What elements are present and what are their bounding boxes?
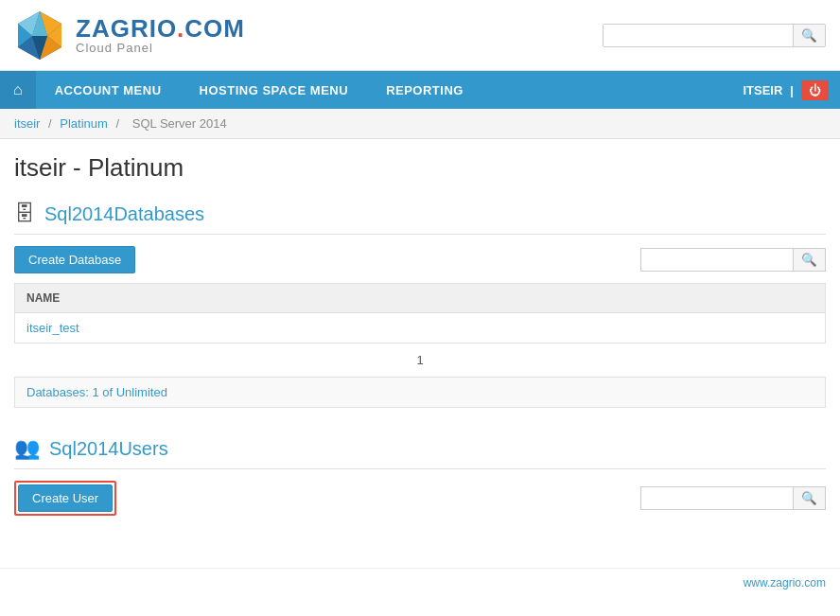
databases-info-label: Databases: xyxy=(26,385,89,399)
main-content: itseir - Platinum 🗄 Sql2014Databases Cre… xyxy=(0,139,840,558)
databases-search-input[interactable] xyxy=(641,249,793,271)
databases-icon: 🗄 xyxy=(14,202,35,226)
databases-toolbar: Create Database 🔍 xyxy=(14,246,826,273)
database-name-cell[interactable]: itseir_test xyxy=(15,313,826,343)
create-database-button[interactable]: Create Database xyxy=(14,246,135,273)
header-search[interactable]: 🔍 xyxy=(603,24,826,47)
logo-area: ZAGRIO.COM Cloud Panel xyxy=(14,9,245,62)
databases-info-value: 1 of Unlimited xyxy=(92,385,166,399)
nav-user-label: ITSEIR xyxy=(743,83,782,97)
breadcrumb-item-sql: SQL Server 2014 xyxy=(132,116,227,131)
logo-title: ZAGRIO.COM xyxy=(76,16,245,41)
databases-section-header: 🗄 Sql2014Databases xyxy=(14,202,826,235)
breadcrumb-item-itseir[interactable]: itseir xyxy=(14,116,40,131)
nav-account-menu[interactable]: ACCOUNT MENU xyxy=(36,71,181,109)
logo-tagline: Cloud Panel xyxy=(76,41,245,55)
users-search-button[interactable]: 🔍 xyxy=(793,487,825,509)
home-button[interactable]: ⌂ xyxy=(0,71,36,109)
home-icon: ⌂ xyxy=(13,81,23,98)
nav-hosting-menu[interactable]: HOSTING SPACE MENU xyxy=(181,71,368,109)
table-row: itseir_test xyxy=(15,313,826,343)
databases-table-header-row: NAME xyxy=(15,284,826,313)
databases-search-box[interactable]: 🔍 xyxy=(640,248,826,272)
power-button[interactable]: ⏻ xyxy=(801,80,829,100)
databases-pagination: 1 xyxy=(14,343,826,377)
header: ZAGRIO.COM Cloud Panel 🔍 xyxy=(0,0,840,71)
databases-col-name: NAME xyxy=(15,284,826,313)
logo-icon xyxy=(14,9,66,62)
breadcrumb-sep-1: / xyxy=(48,116,55,131)
create-user-button-wrapper: Create User xyxy=(14,481,116,516)
databases-search-button[interactable]: 🔍 xyxy=(793,249,825,271)
users-icon: 👥 xyxy=(14,436,40,461)
breadcrumb-sep-2: / xyxy=(116,116,123,131)
logo-text: ZAGRIO.COM Cloud Panel xyxy=(76,16,245,55)
footer-text: www.zagrio.com xyxy=(744,576,826,590)
nav-bar: ⌂ ACCOUNT MENU HOSTING SPACE MENU REPORT… xyxy=(0,71,840,109)
users-section: 👥 Sql2014Users Create User 🔍 xyxy=(14,436,826,516)
users-search-input[interactable] xyxy=(641,487,793,509)
databases-section: 🗄 Sql2014Databases Create Database 🔍 NAM… xyxy=(14,202,826,408)
users-section-title: Sql2014Users xyxy=(49,438,168,460)
users-toolbar: Create User 🔍 xyxy=(14,481,826,516)
nav-right: ITSEIR | ⏻ xyxy=(743,80,840,100)
create-user-button[interactable]: Create User xyxy=(18,484,113,512)
breadcrumb: itseir / Platinum / SQL Server 2014 xyxy=(0,109,840,139)
databases-table: NAME itseir_test xyxy=(14,283,826,343)
header-search-button[interactable]: 🔍 xyxy=(793,25,825,46)
databases-info-row: Databases: 1 of Unlimited xyxy=(14,377,826,408)
header-search-input[interactable] xyxy=(604,25,793,46)
users-section-header: 👥 Sql2014Users xyxy=(14,436,826,469)
page-title: itseir - Platinum xyxy=(14,153,826,183)
page-footer: www.zagrio.com xyxy=(0,568,840,597)
users-search-box[interactable]: 🔍 xyxy=(640,486,826,510)
breadcrumb-item-platinum[interactable]: Platinum xyxy=(60,116,108,131)
pagination-number: 1 xyxy=(416,353,423,367)
nav-separator: | xyxy=(790,83,794,97)
databases-section-title: Sql2014Databases xyxy=(44,203,204,225)
nav-reporting[interactable]: REPORTING xyxy=(367,71,482,109)
